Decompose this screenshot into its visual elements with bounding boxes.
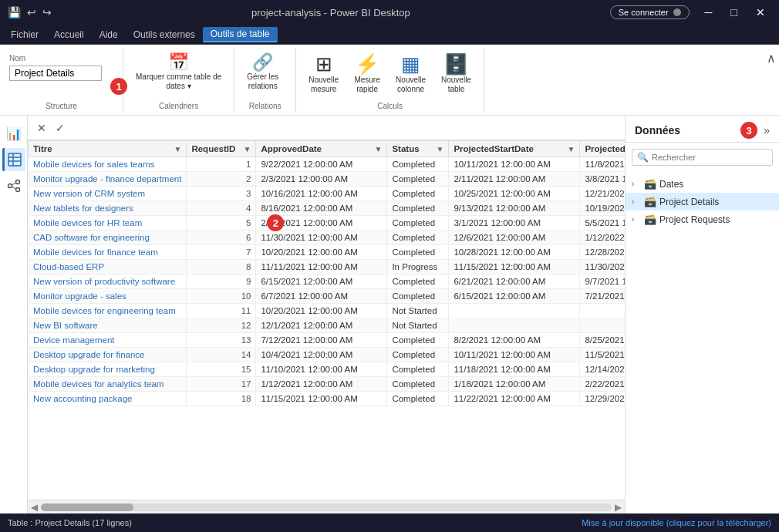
nouvelle-colonne-button[interactable]: ▦ Nouvellecolonne (390, 51, 432, 97)
maximize-button[interactable]: □ (725, 5, 744, 20)
scroll-thumb[interactable] (41, 503, 133, 511)
cell-titre[interactable]: Mobile devices for finance team (29, 245, 187, 260)
cell-titre[interactable]: Mobile devices for sales teams (29, 157, 187, 172)
close-button[interactable]: ✕ (750, 5, 771, 20)
cell-titre[interactable]: New BI software (29, 318, 187, 333)
col-approveddate[interactable]: ApprovedDate▼ (256, 141, 387, 157)
col-titre[interactable]: Titre▼ (29, 141, 187, 157)
horizontal-scrollbar[interactable]: ◀ ▶ (28, 500, 625, 513)
nouvelle-table-button[interactable]: 🗄️ Nouvelletable (435, 51, 477, 97)
calendar-icon: 📅 (168, 54, 189, 71)
table-row[interactable]: Desktop upgrade for finance1410/4/2021 1… (29, 348, 626, 362)
gerer-relations-button[interactable]: 🔗 Gérer les relations (241, 51, 285, 94)
table-row[interactable]: Monitor upgrade - finance department22/3… (29, 172, 626, 187)
menu-fichier[interactable]: Fichier (3, 28, 46, 42)
cell-titre[interactable]: Mobile devices for HR team (29, 216, 187, 231)
cell-approved: 8/16/2021 12:00:00 AM (256, 201, 387, 216)
search-input[interactable] (652, 153, 767, 162)
cell-end (580, 304, 625, 318)
marquer-table-button[interactable]: 📅 Marquer comme table de dates ▾ (130, 51, 228, 94)
cell-titre[interactable]: CAD software for engineering (29, 231, 187, 245)
collapse-ribbon-icon[interactable]: ∧ (767, 51, 776, 66)
cell-id: 8 (187, 260, 256, 274)
expand-panel-button[interactable]: » (764, 124, 770, 136)
col-requestid[interactable]: RequestID▼ (187, 141, 256, 157)
nouvelle-mesure-button[interactable]: ⊞ Nouvellemesure (302, 51, 345, 97)
scroll-left-icon[interactable]: ◀ (31, 502, 38, 513)
table-row[interactable]: CAD software for engineering611/30/2021 … (29, 231, 626, 245)
table-row[interactable]: Mobile devices for finance team710/20/20… (29, 245, 626, 260)
cell-id: 15 (187, 362, 256, 377)
cell-id: 14 (187, 348, 256, 362)
filter-requestid-icon[interactable]: ▼ (244, 145, 251, 153)
filter-start-icon[interactable]: ▼ (568, 145, 575, 153)
tree-item-dates[interactable]: › 🗃️ Dates (626, 175, 779, 193)
menu-aide[interactable]: Aide (92, 28, 126, 42)
menu-outils-externes[interactable]: Outils externes (126, 28, 203, 42)
col-projectedenddate[interactable]: ProjectedEndDate (580, 141, 625, 157)
minimize-button[interactable]: ─ (699, 5, 719, 20)
formula-check-button[interactable]: ✓ (52, 121, 68, 135)
scroll-right-icon[interactable]: ▶ (615, 502, 622, 513)
table-row[interactable]: New version of productivity software96/1… (29, 274, 626, 289)
cell-start: 11/18/2021 12:00:00 AM (449, 362, 580, 377)
cell-start: 6/15/2021 12:00:00 AM (449, 289, 580, 304)
sidebar-item-data[interactable] (2, 148, 25, 171)
table-name-input[interactable] (9, 66, 102, 81)
cell-approved: 11/11/2021 12:00:00 AM (256, 260, 387, 274)
cell-titre[interactable]: Desktop upgrade for marketing (29, 362, 187, 377)
cell-status: Not Started (387, 318, 449, 333)
table-row[interactable]: New version of CRM system310/16/2021 12:… (29, 187, 626, 201)
model-svg (7, 179, 21, 193)
mesure-rapide-button[interactable]: ⚡ Mesurerapide (348, 51, 386, 97)
cell-titre[interactable]: Monitor upgrade - sales (29, 289, 187, 304)
table-container[interactable]: Titre▼ RequestID▼ ApprovedDate▼ Status▼ (28, 140, 625, 500)
menu-outils-de-table[interactable]: Outils de table (203, 27, 278, 42)
table-row[interactable]: New accounting package1811/15/2021 12:00… (29, 392, 626, 406)
scroll-track[interactable] (41, 503, 612, 511)
cell-titre[interactable]: New accounting package (29, 392, 187, 406)
table-row[interactable]: Desktop upgrade for marketing1511/10/202… (29, 362, 626, 377)
redo-icon[interactable]: ↪ (42, 6, 52, 19)
cell-titre[interactable]: Monitor upgrade - finance department (29, 172, 187, 187)
cell-titre[interactable]: Device management (29, 333, 187, 348)
cell-id: 3 (187, 187, 256, 201)
connect-button[interactable]: Se connecter (610, 5, 690, 19)
chevron-requests-icon: › (632, 215, 641, 224)
table-row[interactable]: Monitor upgrade - sales106/7/2021 12:00:… (29, 289, 626, 304)
table-row[interactable]: New BI software1212/1/2021 12:00:00 AMNo… (29, 318, 626, 333)
cell-end: 3/8/2021 12:00:00 A (580, 172, 625, 187)
cell-titre[interactable]: New version of CRM system (29, 187, 187, 201)
menu-accueil[interactable]: Accueil (46, 28, 92, 42)
col-status[interactable]: Status▼ (387, 141, 449, 157)
cell-titre[interactable]: Mobile devices for analytics team (29, 377, 187, 392)
search-box[interactable]: 🔍 (632, 149, 773, 166)
filter-status-icon[interactable]: ▼ (437, 145, 444, 153)
formula-close-button[interactable]: ✕ (34, 121, 49, 135)
sidebar-item-model[interactable] (2, 174, 25, 197)
sidebar-item-report[interactable]: 📊 (2, 122, 25, 145)
col-projectedstartdate[interactable]: ProjectedStartDate▼ (449, 141, 580, 157)
filter-approved-icon[interactable]: ▼ (375, 145, 383, 153)
cell-titre[interactable]: Mobile devices for engineering team (29, 304, 187, 318)
cell-titre[interactable]: New tablets for designers (29, 201, 187, 216)
cell-end (580, 318, 625, 333)
table-row[interactable]: Mobile devices for analytics team171/12/… (29, 377, 626, 392)
cell-start: 10/28/2021 12:00:00 AM (449, 245, 580, 260)
table-row[interactable]: Mobile devices for HR team52/15/2021 12:… (29, 216, 626, 231)
table-row[interactable]: Mobile devices for sales teams19/22/2021… (29, 157, 626, 172)
cell-titre[interactable]: New version of productivity software (29, 274, 187, 289)
table-row[interactable]: Cloud-based ERP811/11/2021 12:00:00 AMIn… (29, 260, 626, 274)
tree-item-project-details[interactable]: › 🗃️ Project Details (626, 193, 779, 210)
cell-titre[interactable]: Cloud-based ERP (29, 260, 187, 274)
table-row[interactable]: New tablets for designers48/16/2021 12:0… (29, 201, 626, 216)
save-icon[interactable]: 💾 (8, 6, 21, 19)
table-row[interactable]: Mobile devices for engineering team1110/… (29, 304, 626, 318)
cell-id: 10 (187, 289, 256, 304)
update-link[interactable]: Mise à jour disponible (cliquez pour la … (582, 518, 771, 527)
table-row[interactable]: Device management137/12/2021 12:00:00 AM… (29, 333, 626, 348)
filter-titre-icon[interactable]: ▼ (174, 145, 182, 153)
cell-titre[interactable]: Desktop upgrade for finance (29, 348, 187, 362)
tree-item-project-requests[interactable]: › 🗃️ Project Requests (626, 210, 779, 228)
undo-icon[interactable]: ↩ (27, 6, 36, 19)
